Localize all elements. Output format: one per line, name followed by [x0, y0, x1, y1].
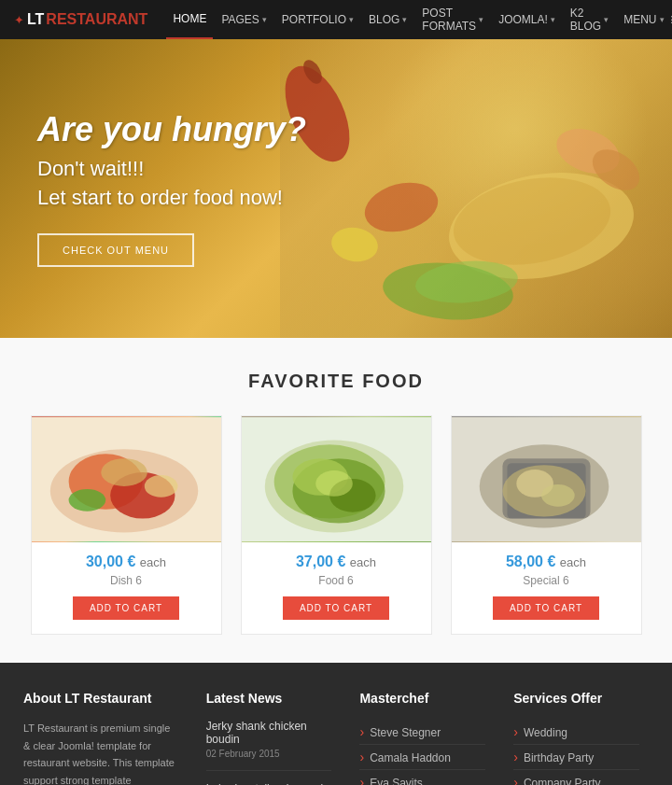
- nav-item-joomla[interactable]: JOOMLA! ▾: [492, 0, 562, 39]
- news-title-1[interactable]: Jerky shank chicken boudin: [206, 720, 332, 746]
- food-illustration-3: [452, 416, 641, 542]
- nav-item-k2blog[interactable]: K2 BLOG ▾: [564, 0, 615, 39]
- food-name-2: Food 6: [242, 574, 431, 587]
- footer-masterchef: Masterchef Steve Stegner Camala Haddon E…: [345, 691, 499, 785]
- nav-item-pages[interactable]: PAGES ▾: [215, 0, 273, 39]
- nav-link-blog[interactable]: BLOG ▾: [362, 0, 413, 39]
- hero-subtitle2: Let start to order food now!: [37, 186, 306, 210]
- chevron-down-icon: ▾: [402, 15, 407, 24]
- food-card-2: 37,00 € each Food 6 ADD TO CART: [241, 415, 432, 635]
- footer-news: Latest News Jerky shank chicken boudin 0…: [192, 691, 346, 785]
- nav-link-pages[interactable]: PAGES ▾: [215, 0, 273, 39]
- hero-title: Are you hungry?: [37, 110, 306, 149]
- navbar: ✦ LT RESTAURANT HOME PAGES ▾ PORTFOLIO ▾…: [0, 0, 672, 39]
- add-to-cart-button-2[interactable]: ADD TO CART: [283, 596, 389, 620]
- logo-lt: LT: [27, 11, 44, 28]
- food-name-3: Special 6: [452, 574, 641, 587]
- svg-point-8: [359, 175, 443, 239]
- nav-link-k2blog[interactable]: K2 BLOG ▾: [564, 0, 615, 39]
- masterchef-item-2[interactable]: Camala Haddon: [359, 745, 485, 770]
- price-display-1: 30,00 € each: [86, 554, 166, 569]
- nav-link-post-formats[interactable]: POST FORMATS ▾: [415, 0, 490, 39]
- svg-point-30: [541, 484, 575, 507]
- food-illustration-1: [32, 416, 221, 542]
- masterchef-item-1[interactable]: Steve Stegner: [359, 720, 485, 745]
- svg-point-15: [68, 489, 105, 512]
- food-illustration-2: [242, 416, 431, 542]
- food-image-3: [452, 416, 641, 542]
- footer-about-title: About LT Restaurant: [23, 691, 178, 706]
- check-out-menu-button[interactable]: CHECK OUT MENU: [37, 233, 194, 267]
- price-display-2: 37,00 € each: [296, 554, 376, 569]
- footer-news-title: Latest News: [206, 691, 332, 706]
- logo-icon: ✦: [14, 13, 24, 27]
- services-list: Wedding Birthday Party Company Party Ann…: [513, 720, 639, 785]
- footer-services: Services Offer Wedding Birthday Party Co…: [499, 691, 653, 785]
- chevron-down-icon: ▾: [349, 15, 354, 24]
- chevron-down-icon: ▾: [551, 15, 555, 24]
- svg-point-14: [101, 458, 147, 486]
- logo-restaurant: RESTAURANT: [46, 11, 147, 28]
- news-item-1: Jerky shank chicken boudin 02 February 2…: [206, 720, 332, 771]
- logo[interactable]: ✦ LT RESTAURANT: [14, 11, 147, 28]
- masterchef-item-3[interactable]: Eva Savits: [359, 770, 485, 785]
- footer-about-text: LT Restaurant is premium single & clear …: [23, 720, 178, 785]
- nav-link-portfolio[interactable]: PORTFOLIO ▾: [275, 0, 360, 39]
- add-to-cart-button-3[interactable]: ADD TO CART: [493, 596, 599, 620]
- service-item-company[interactable]: Company Party: [513, 770, 639, 785]
- food-grid: 30,00 € each Dish 6 ADD TO CART 37,00 € …: [19, 415, 653, 635]
- nav-link-menu[interactable]: MENU ▾: [617, 0, 670, 39]
- food-price-2: 37,00 € each: [242, 554, 431, 570]
- food-image-2: [242, 416, 431, 542]
- chevron-down-icon: ▾: [479, 15, 483, 24]
- food-card-1: 30,00 € each Dish 6 ADD TO CART: [31, 415, 222, 635]
- footer: About LT Restaurant LT Restaurant is pre…: [0, 663, 672, 785]
- nav-item-blog[interactable]: BLOG ▾: [362, 0, 413, 39]
- footer-services-title: Services Offer: [513, 691, 639, 706]
- hero-section: Are you hungry? Don't wait!!! Let start …: [0, 39, 672, 338]
- favorite-food-title: FAVORITE FOOD: [19, 371, 653, 392]
- food-card-3: 58,00 € each Special 6 ADD TO CART: [451, 415, 642, 635]
- hero-subtitle1: Don't wait!!!: [37, 157, 306, 181]
- service-item-wedding[interactable]: Wedding: [513, 720, 639, 745]
- footer-about: About LT Restaurant LT Restaurant is pre…: [19, 691, 192, 785]
- food-price-1: 30,00 € each: [32, 554, 221, 570]
- chevron-down-icon: ▾: [660, 15, 665, 24]
- chevron-down-icon: ▾: [604, 15, 609, 24]
- food-name-1: Dish 6: [32, 574, 221, 587]
- nav-item-post-formats[interactable]: POST FORMATS ▾: [415, 0, 490, 39]
- nav-item-portfolio[interactable]: PORTFOLIO ▾: [275, 0, 360, 39]
- svg-point-23: [315, 470, 353, 497]
- footer-masterchef-title: Masterchef: [359, 691, 485, 706]
- food-price-3: 58,00 € each: [452, 554, 641, 570]
- nav-item-home[interactable]: HOME: [166, 0, 213, 39]
- nav-link-joomla[interactable]: JOOMLA! ▾: [492, 0, 562, 39]
- price-display-3: 58,00 € each: [506, 554, 586, 569]
- nav-item-menu[interactable]: MENU ▾: [617, 0, 670, 39]
- masterchef-list: Steve Stegner Camala Haddon Eva Savits M…: [359, 720, 485, 785]
- chevron-down-icon: ▾: [262, 15, 267, 24]
- hero-content: Are you hungry? Don't wait!!! Let start …: [0, 63, 343, 314]
- nav-menu: HOME PAGES ▾ PORTFOLIO ▾ BLOG ▾ POST FOR…: [166, 0, 670, 39]
- food-image-1: [32, 416, 221, 542]
- news-date-1: 02 February 2015: [206, 749, 332, 759]
- svg-point-16: [144, 475, 177, 498]
- add-to-cart-button-1[interactable]: ADD TO CART: [73, 596, 179, 620]
- favorite-food-section: FAVORITE FOOD 30,00 € each Dish 6 ADD TO…: [0, 338, 672, 663]
- footer-about-text1: LT Restaurant is premium single & clear …: [23, 722, 177, 785]
- nav-link-home[interactable]: HOME: [166, 0, 213, 39]
- service-item-birthday[interactable]: Birthday Party: [513, 745, 639, 770]
